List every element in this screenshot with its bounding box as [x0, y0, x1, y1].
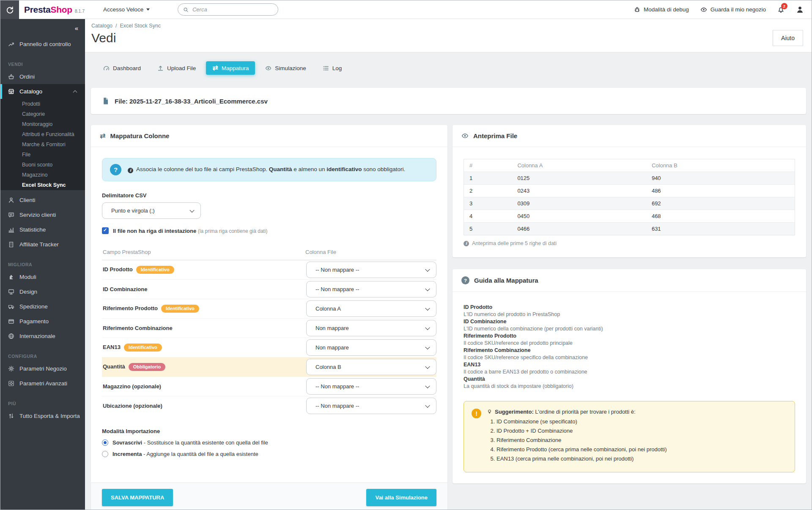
sidebar-item-affiliate-tracker[interactable]: Affiliate Tracker	[0, 237, 85, 252]
column-header-file: Colonna File	[305, 249, 436, 255]
exchange-icon	[212, 65, 218, 71]
mapping-row-magazzino: Magazzino (opzionale) -- Non mappare --	[102, 377, 436, 396]
chevron-up-icon	[73, 90, 77, 94]
sidebar: Pannello di controllo VENDI Ordini Catal…	[0, 19, 85, 510]
chevron-down-icon	[189, 207, 194, 212]
sidebar-item-advanced-parameters[interactable]: Parametri Avanzati	[0, 376, 85, 391]
mapping-row-id-combinazione: ID Combinazione -- Non mappare --	[102, 280, 436, 299]
basket-icon	[8, 74, 14, 80]
sidebar-item-attributi[interactable]: Attributi e Funzionalità	[0, 129, 85, 139]
no-header-hint: (la prima riga contiene già dati)	[198, 228, 268, 234]
identifier-badge: Identificativo	[161, 305, 199, 313]
eye-icon	[700, 6, 707, 13]
sidebar-section-sell: VENDI	[8, 62, 85, 67]
info-icon	[464, 241, 469, 246]
quantita-select[interactable]: Colonna B	[306, 359, 436, 375]
sidebar-item-payment[interactable]: Pagamento	[0, 314, 85, 329]
info-alert: Associa le colonne del tuo file ai campi…	[102, 158, 436, 181]
id-prodotto-select[interactable]: -- Non mappare --	[306, 262, 436, 278]
guide-panel-header: Guida alla Mappatura	[453, 269, 806, 292]
debug-mode-link[interactable]: Modalità di debug	[634, 6, 689, 13]
delimiter-select[interactable]: Punto e virgola (;)	[102, 202, 201, 219]
sidebar-item-shipping[interactable]: Spedizione	[0, 299, 85, 314]
sidebar-item-monitoraggio[interactable]: Monitoraggio	[0, 119, 85, 129]
global-search[interactable]	[178, 3, 278, 16]
save-mapping-button[interactable]: SALVA MAPPATURA	[102, 489, 173, 506]
sidebar-item-file[interactable]: File	[0, 150, 85, 160]
eye-icon	[265, 65, 272, 71]
sidebar-item-shop-parameters[interactable]: Parametri Negozio	[0, 361, 85, 376]
trending-up-icon	[8, 41, 14, 47]
mapping-row-id-prodotto: ID ProdottoIdentificativo -- Non mappare…	[102, 260, 436, 280]
tab-upload-file[interactable]: Upload File	[151, 61, 202, 75]
sidebar-item-orders[interactable]: Ordini	[0, 69, 85, 84]
quick-access-menu[interactable]: Accesso Veloce	[103, 6, 150, 13]
incrementa-radio[interactable]	[102, 451, 108, 457]
chat-icon	[8, 212, 14, 218]
go-to-simulation-button[interactable]: Vai alla Simulazione	[366, 489, 436, 506]
sidebar-item-magazzino[interactable]: Magazzino	[0, 170, 85, 180]
mapping-table-header: Campo PrestaShop Colonna File	[102, 244, 436, 260]
chevron-down-icon	[425, 383, 430, 388]
search-input[interactable]	[192, 6, 273, 13]
id-combinazione-select[interactable]: -- Non mappare --	[306, 281, 436, 297]
breadcrumb-parent[interactable]: Catalogo	[91, 23, 112, 29]
sidebar-section-improve: MIGLIORA	[8, 262, 85, 267]
tab-dashboard[interactable]: Dashboard	[97, 61, 147, 75]
notifications-button[interactable]: 2	[777, 6, 785, 13]
priority-list: ID Combinazione (se specificato) ID Prod…	[497, 418, 667, 462]
ubicazione-select[interactable]: -- Non mappare --	[306, 398, 436, 414]
sidebar-item-export-import[interactable]: Tutto Esporta & Importa	[0, 409, 85, 423]
sidebar-item-dashboard[interactable]: Pannello di controllo	[0, 37, 85, 52]
profile-button[interactable]	[796, 5, 804, 14]
guide-panel: Guida alla Mappatura ID ProdottoL'ID num…	[453, 269, 806, 483]
content: Dashboard Upload File Mappatura Simulazi…	[85, 52, 812, 510]
question-circle-icon	[110, 164, 121, 175]
sidebar-item-marche-fornitori[interactable]: Marche & Fornitori	[0, 139, 85, 150]
no-header-checkbox[interactable]	[102, 227, 109, 234]
sidebar-item-customer-service[interactable]: Servizio clienti	[0, 207, 85, 222]
upload-icon	[157, 65, 164, 71]
sidebar-item-customers[interactable]: Clienti	[0, 193, 85, 207]
sidebar-item-catalog[interactable]: Catalogo	[0, 84, 85, 99]
import-mode-block: Modalità Importazione Sovrascrivi - Sost…	[102, 428, 436, 457]
sidebar-item-excel-stock-sync[interactable]: Excel Stock Sync	[0, 180, 85, 190]
sidebar-section-configure: CONFIGURA	[8, 354, 85, 359]
sidebar-item-stats[interactable]: Statistiche	[0, 222, 85, 237]
magazzino-select[interactable]: -- Non mappare --	[306, 378, 436, 395]
sidebar-item-buoni-sconto[interactable]: Buoni sconto	[0, 160, 85, 170]
sidebar-item-international[interactable]: Internazionale	[0, 329, 85, 344]
view-shop-link[interactable]: Guarda il mio negozio	[700, 6, 766, 13]
sidebar-item-design[interactable]: Design	[0, 284, 85, 299]
breadcrumb: Catalogo / Excel Stock Sync	[91, 23, 803, 29]
sidebar-item-categorie[interactable]: Categorie	[0, 109, 85, 119]
mapping-row-quantita: QuantitàObbligatorio Colonna B	[102, 357, 436, 377]
brand-logo[interactable]: PrestaShop	[24, 5, 72, 15]
mapping-panel-footer: SALVA MAPPATURA Vai alla Simulazione	[91, 483, 447, 510]
catalog-menu-group: Catalogo Prodotti Categorie Monitoraggio…	[0, 84, 85, 190]
right-column: Anteprima File # Colonna A Colonna B 101…	[453, 125, 806, 483]
column-header-field: Campo PrestaShop	[103, 249, 305, 255]
sidebar-collapse-button[interactable]	[0, 19, 85, 37]
tab-simulazione[interactable]: Simulazione	[259, 61, 313, 75]
monitor-icon	[8, 289, 14, 295]
help-button[interactable]: Aiuto	[773, 30, 803, 46]
mode-incrementa-row: Incrementa - Aggiunge la quantità del fi…	[102, 451, 436, 457]
sovrascrivi-radio[interactable]	[102, 439, 108, 446]
tab-mappatura[interactable]: Mappatura	[206, 61, 255, 75]
riferimento-prodotto-select[interactable]: Colonna A	[306, 300, 436, 317]
riferimento-combinazione-select[interactable]: Non mappare	[306, 320, 436, 336]
prestashop-logo-icon[interactable]	[0, 0, 19, 19]
person-icon	[8, 197, 14, 203]
ean13-select[interactable]: Non mappare	[306, 339, 436, 356]
preview-table: # Colonna A Colonna B 10125940 20243486 …	[464, 159, 795, 235]
sidebar-item-prodotti[interactable]: Prodotti	[0, 99, 85, 109]
tab-log[interactable]: Log	[316, 61, 348, 75]
sidebar-item-modules[interactable]: Moduli	[0, 270, 85, 284]
mapping-row-riferimento-combinazione: Riferimento Combinazione Non mappare	[102, 319, 436, 338]
preview-note: Anteprima delle prime 5 righe di dati	[464, 240, 795, 246]
breadcrumb-separator: /	[115, 23, 117, 29]
exchange-icon	[100, 132, 105, 139]
mapping-definitions: ID ProdottoL'ID numerico del prodotto in…	[464, 304, 795, 390]
gear-square-icon	[8, 380, 14, 387]
